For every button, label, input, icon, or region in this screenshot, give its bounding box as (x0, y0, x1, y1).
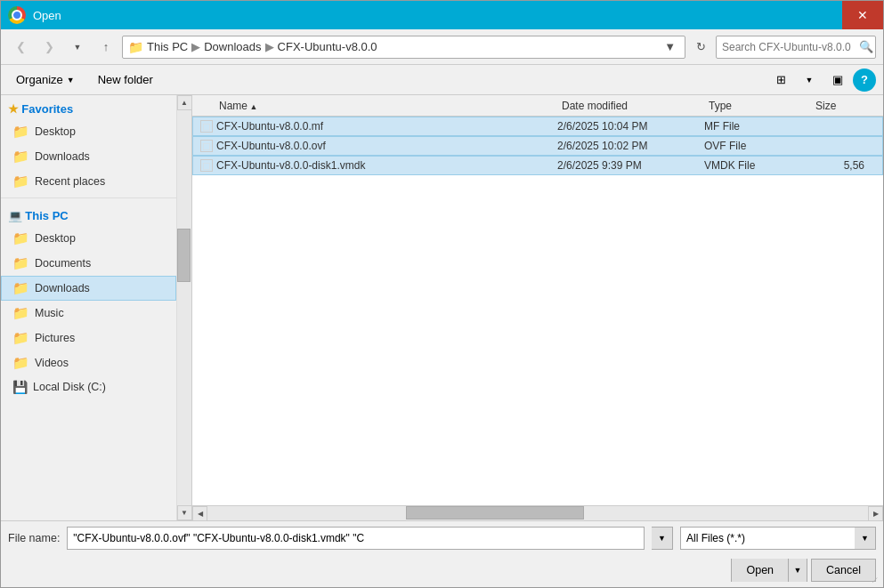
sidebar-item-label: Recent places (35, 175, 105, 188)
crumb-folder[interactable]: CFX-Ubuntu-v8.0.0 (278, 40, 377, 53)
file-type-mf: MF File (704, 120, 811, 133)
forward-button[interactable]: ❯ (36, 36, 61, 59)
favorites-star-icon: ★ (8, 102, 19, 116)
toolbar2-right: ⊞ ▼ ▣ ? (767, 68, 876, 92)
folder-icon: 📁 (12, 305, 29, 321)
file-row-ovf[interactable]: □ CFX-Ubuntu-v8.0.0.ovf 2/6/2025 10:02 P… (192, 136, 883, 156)
scroll-down-button[interactable]: ▼ (177, 505, 192, 520)
sidebar-item-label: Videos (35, 357, 69, 369)
file-name-input[interactable] (67, 527, 645, 550)
folder-icon: 📁 (12, 149, 29, 165)
folder-icon: 📁 (12, 173, 29, 189)
open-button-dropdown[interactable]: ▼ (789, 559, 807, 582)
sidebar-item-music[interactable]: 📁 Music (1, 301, 176, 326)
refresh-button[interactable]: ↻ (689, 36, 712, 59)
sidebar-item-label: Pictures (35, 332, 75, 344)
crumb-this-pc[interactable]: This PC (147, 40, 188, 53)
sidebar-item-downloads-pc[interactable]: 📁 Downloads (1, 276, 176, 301)
hscroll-left-button[interactable]: ◀ (192, 506, 207, 521)
file-name-ovf: CFX-Ubuntu-v8.0.0.ovf (216, 140, 557, 152)
search-box[interactable]: 🔍 (716, 36, 876, 59)
sidebar-item-downloads-fav[interactable]: 📁 Downloads (1, 144, 176, 169)
horizontal-scrollbar[interactable]: ◀ ▶ (192, 505, 883, 520)
sidebar-item-desktop-pc[interactable]: 📁 Desktop (1, 226, 176, 251)
file-name-mf: CFX-Ubuntu-v8.0.0.mf (216, 120, 557, 133)
file-list-body: □ CFX-Ubuntu-v8.0.0.mf 2/6/2025 10:04 PM… (192, 117, 883, 505)
sidebar-item-local-disk[interactable]: 💾 Local Disk (C:) (1, 375, 176, 399)
hscroll-thumb[interactable] (406, 506, 584, 520)
address-toolbar: ❮ ❯ ▼ ↑ 📁 This PC ▶ Downloads ▶ CFX-Ubun… (1, 29, 883, 65)
title-bar-left: Open (8, 6, 61, 24)
sidebar-item-label: Local Disk (C:) (33, 381, 106, 393)
help-button[interactable]: ? (853, 68, 876, 92)
folder-icon: 📁 (12, 230, 29, 246)
address-dropdown-button[interactable]: ▼ (661, 40, 679, 53)
sidebar-item-recent[interactable]: 📁 Recent places (1, 169, 176, 194)
organize-button[interactable]: Organize ▼ (8, 69, 83, 90)
up-button[interactable]: ↑ (93, 36, 118, 59)
pc-icon: 💻 (8, 209, 22, 222)
sidebar-item-label: Desktop (35, 232, 76, 245)
sidebar-inner: ★ Favorites 📁 Desktop 📁 Downloads 📁 Rece… (1, 95, 191, 520)
address-folder-icon: 📁 (128, 40, 143, 54)
address-crumbs[interactable]: This PC ▶ Downloads ▶ CFX-Ubuntu-v8.0.0 (147, 40, 657, 53)
column-name[interactable]: Name (215, 96, 558, 116)
hscroll-track[interactable] (207, 506, 868, 521)
sidebar-vertical-scrollbar[interactable]: ▲ ▼ (176, 95, 191, 520)
file-name-bar: File name: ▼ All Files (*.*) ▼ (1, 520, 883, 555)
view-options-button[interactable]: ⊞ (767, 68, 794, 92)
file-name-dropdown-button[interactable]: ▼ (652, 527, 673, 550)
file-name-vmdk: CFX-Ubuntu-v8.0.0-disk1.vmdk (216, 159, 557, 172)
favorites-section[interactable]: ★ Favorites (1, 95, 176, 119)
resize-handle[interactable]: ⟋ (871, 575, 881, 585)
sidebar-item-label: Music (35, 307, 64, 319)
sidebar-item-label: Documents (35, 257, 91, 270)
hscroll-right-button[interactable]: ▶ (868, 506, 883, 521)
crumb-downloads[interactable]: Downloads (204, 40, 261, 53)
search-input[interactable] (722, 41, 856, 53)
file-date-vmdk: 2/6/2025 9:39 PM (557, 159, 704, 172)
sidebar-item-desktop-fav[interactable]: 📁 Desktop (1, 119, 176, 144)
file-type-select[interactable]: All Files (*.*) (680, 527, 876, 550)
sidebar-divider-1 (1, 197, 176, 198)
file-icon-vmdk: □ (200, 159, 213, 172)
scroll-up-button[interactable]: ▲ (177, 95, 192, 110)
column-type[interactable]: Type (705, 96, 812, 116)
organize-arrow-icon: ▼ (67, 76, 75, 85)
view-dropdown-button[interactable]: ▼ (796, 68, 823, 92)
favorites-label: Favorites (21, 102, 73, 116)
organize-label: Organize (16, 73, 63, 86)
disk-icon: 💾 (12, 380, 28, 394)
close-button[interactable]: ✕ (842, 1, 883, 29)
scroll-thumb[interactable] (177, 229, 191, 282)
file-list-header: Name Date modified Type Size (192, 95, 883, 117)
file-row-vmdk[interactable]: □ CFX-Ubuntu-v8.0.0-disk1.vmdk 2/6/2025 … (192, 156, 883, 175)
this-pc-section[interactable]: 💻 This PC (1, 202, 176, 226)
file-row-mf[interactable]: □ CFX-Ubuntu-v8.0.0.mf 2/6/2025 10:04 PM… (192, 117, 883, 136)
sidebar-content: ★ Favorites 📁 Desktop 📁 Downloads 📁 Rece… (1, 95, 176, 520)
dropdown-history-button[interactable]: ▼ (65, 36, 90, 59)
sidebar-item-pictures[interactable]: 📁 Pictures (1, 326, 176, 350)
organize-toolbar: Organize ▼ New folder ⊞ ▼ ▣ ? (1, 65, 883, 95)
open-button[interactable]: Open (732, 559, 789, 582)
new-folder-button[interactable]: New folder (90, 69, 161, 90)
preview-pane-button[interactable]: ▣ (824, 68, 851, 92)
title-bar: Open ✕ (1, 1, 883, 29)
column-date[interactable]: Date modified (558, 96, 705, 116)
this-pc-label: This PC (25, 209, 68, 222)
sidebar-item-videos[interactable]: 📁 Videos (1, 350, 176, 375)
button-bar: Open ▼ Cancel ⟋ (1, 555, 883, 587)
folder-icon: 📁 (12, 255, 29, 271)
file-type-vmdk: VMDK File (704, 159, 811, 172)
back-button[interactable]: ❮ (8, 36, 33, 59)
column-size[interactable]: Size (812, 96, 883, 116)
search-icon: 🔍 (859, 40, 873, 53)
file-icon-mf: □ (200, 120, 213, 133)
sidebar-item-documents[interactable]: 📁 Documents (1, 251, 176, 276)
scroll-track[interactable] (177, 110, 192, 505)
cancel-button[interactable]: Cancel (811, 559, 876, 582)
sidebar: ★ Favorites 📁 Desktop 📁 Downloads 📁 Rece… (1, 95, 192, 520)
folder-icon: 📁 (12, 330, 29, 346)
file-list-scroll[interactable]: □ CFX-Ubuntu-v8.0.0.mf 2/6/2025 10:04 PM… (192, 117, 883, 505)
folder-icon: 📁 (12, 355, 29, 371)
